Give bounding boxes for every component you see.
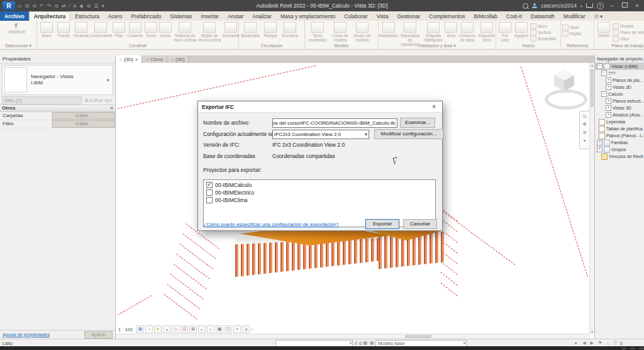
account-dropdown-icon[interactable]: ▾ [580, 4, 582, 8]
checkbox-icon[interactable] [206, 189, 213, 196]
tab-masa-y-emplazamiento[interactable]: Masa y emplazamiento [276, 11, 340, 21]
tab-estructura[interactable]: Estructura [70, 11, 104, 21]
restore-button[interactable] [620, 3, 629, 9]
tool-visor[interactable]: Visor [613, 36, 644, 42]
cancel-button[interactable]: Cancelar [403, 219, 437, 229]
tab-analizar[interactable]: Analizar [248, 11, 276, 21]
expand-icon[interactable]: + [606, 84, 611, 90]
view-tab-3d-2[interactable]: ⌂ {3D} [167, 55, 189, 63]
select-underlay-icon[interactable]: ○ [606, 341, 609, 346]
panel-label-seleccionar[interactable]: Seleccionar ▾ [0, 43, 36, 49]
tool-pilar[interactable]: Pilar [112, 22, 126, 38]
tool-suelo[interactable]: Suelo [158, 22, 172, 38]
project-item-electrico[interactable]: 00-IBIMElectrico [204, 189, 435, 196]
scale-control[interactable]: 1 : 100 [118, 327, 133, 332]
save-icon[interactable]: ⊟ [25, 3, 30, 9]
tool-ventana[interactable]: Ventana [72, 22, 89, 38]
checkbox-icon[interactable] [206, 197, 213, 203]
collapse-icon[interactable]: − [601, 71, 607, 76]
scroll-down-icon[interactable]: ▼ [590, 329, 594, 334]
sync-icon[interactable]: ⟲ [32, 3, 36, 9]
checkbox-checked-icon[interactable] [206, 182, 213, 188]
type-selector[interactable]: Navegador - Vistas I-BIM ▼ [2, 65, 113, 95]
vcb-expand-icon[interactable]: ‹ [251, 327, 253, 332]
hide-isolate-icon[interactable]: ⌐ [198, 325, 206, 333]
tab-sistemas[interactable]: Sistemas [165, 11, 196, 21]
file-name-input[interactable]: p\01 - Recursos del curso\IFC-COORDINACI… [272, 118, 397, 128]
tab-datasmith[interactable]: Datasmith [526, 11, 559, 21]
text-icon[interactable]: A [73, 3, 76, 9]
revit-app-button[interactable]: R [3, 1, 15, 10]
redo-icon[interactable]: ↷ [47, 3, 52, 9]
tool-linea-modelo[interactable]: Línea de modelo [330, 22, 351, 42]
horizontal-scrollbar[interactable] [116, 334, 590, 339]
expand-icon[interactable]: + [606, 98, 611, 104]
worksharing-display-icon[interactable]: ⊿ [242, 325, 250, 333]
tool-barandilla[interactable]: Barandilla [240, 22, 260, 38]
view-tab-clima[interactable]: ⌂ Clima [142, 55, 167, 63]
tab-colaborar[interactable]: Colaborar [340, 11, 372, 21]
view-cube-ring[interactable] [545, 89, 587, 110]
tool-modificar[interactable]: Modificar [1, 22, 33, 34]
tool-componente[interactable]: Componente [90, 22, 111, 38]
filter-icon[interactable]: ▽ [613, 341, 616, 346]
section-icon[interactable]: ⊘ [87, 3, 91, 9]
expand-icon[interactable]: + [606, 112, 611, 118]
reveal-constraints-icon[interactable]: ⌖ [233, 325, 241, 333]
tool-definir[interactable]: Definir [596, 22, 612, 38]
tab-anotar[interactable]: Anotar [223, 11, 248, 21]
tool-cubierta[interactable]: Cubierta [126, 22, 143, 38]
tab-vista[interactable]: Vista [372, 11, 393, 21]
tool-hueco-muro[interactable]: Muro [530, 23, 558, 29]
help-icon[interactable]: ? [597, 3, 604, 9]
dialog-close-icon[interactable]: × [430, 103, 438, 110]
reveal-hidden-icon[interactable]: ○ [207, 325, 214, 333]
visual-style-icon[interactable]: ◔ [145, 325, 153, 333]
3d-view-icon[interactable]: ◈ [79, 3, 83, 9]
crop-view-icon[interactable]: ⊡ [180, 325, 188, 333]
tool-rejilla-muro-cortina[interactable]: Rejilla de muro cortina [197, 22, 221, 42]
design-option-icon-2[interactable]: ▩ [370, 341, 374, 346]
tree-item-vistas-3d[interactable]: +Vistas 3D [595, 84, 644, 91]
drawing-canvas[interactable]: ◎ ✥ ⊕ ▾ ▲ ▼ 1 : 100 ▤ ◔ ☀ ◑ ◇ [116, 63, 594, 339]
expand-icon[interactable]: + [606, 105, 611, 111]
carpetas-edit-button[interactable]: Editar... [52, 112, 115, 120]
properties-filter-select[interactable]: Otro (1) [2, 96, 82, 104]
tab-prefabricado[interactable]: Prefabricado [126, 11, 165, 21]
search-icon[interactable] [523, 3, 528, 9]
tool-mostrar[interactable]: Mostrar [613, 23, 644, 29]
tool-plano-referencia[interactable]: Plano de referencia [613, 30, 644, 35]
qat-customize-icon[interactable]: ▾ [102, 3, 104, 9]
sun-path-icon[interactable]: ☀ [154, 325, 162, 333]
expand-icon[interactable]: + [597, 140, 602, 145]
dimension-icon[interactable]: ∕ [69, 3, 70, 9]
tree-item-vinculos[interactable]: Vínculos de Revit [595, 153, 644, 160]
tree-item-vistas[interactable]: −Vistas (I-BIM) [595, 63, 644, 70]
expand-icon[interactable]: + [606, 77, 611, 83]
username[interactable]: cascencio2014 [541, 3, 577, 9]
tree-item-tablas[interactable]: Tablas de planifica... [595, 125, 644, 132]
section-collapse-icon[interactable]: ¤ [111, 105, 113, 111]
tool-habitacion[interactable]: Habitación [380, 22, 397, 38]
view-tab-close-icon[interactable]: × [135, 57, 138, 62]
tree-item-vistas-3d-2[interactable]: +Vistas 3D [595, 104, 644, 111]
design-option-icon-1[interactable]: ▦ [363, 341, 367, 346]
filtro-edit-button[interactable]: Editar... [52, 120, 115, 128]
tool-nivel[interactable]: Nivel [562, 25, 590, 30]
horizontal-scroll-thumb[interactable] [405, 335, 431, 338]
tool-rejilla[interactable]: Rejilla [562, 31, 590, 37]
detail-level-icon[interactable]: ▤ [136, 325, 144, 333]
tool-area[interactable]: Área [445, 22, 457, 38]
design-options-combo[interactable]: Modelo base [375, 340, 467, 347]
tool-agujero[interactable]: Agujero [513, 22, 530, 38]
tree-item-planos-planta[interactable]: +Planos de pla... [595, 77, 644, 84]
properties-help-link[interactable]: Ayuda de propiedades [0, 332, 50, 337]
minimize-button[interactable]: – [608, 3, 616, 9]
vertical-scroll-thumb[interactable] [591, 69, 594, 107]
nav-more-icon[interactable]: ▾ [583, 138, 586, 144]
tool-grupo-modelo[interactable]: Grupo de modelo [352, 22, 373, 42]
shadows-icon[interactable]: ◑ [163, 325, 170, 333]
tree-item-leyendas[interactable]: Leyendas [595, 118, 644, 125]
print-icon[interactable]: ⊖ [54, 3, 58, 9]
tree-item-calculo[interactable]: −Calculo [595, 91, 644, 98]
